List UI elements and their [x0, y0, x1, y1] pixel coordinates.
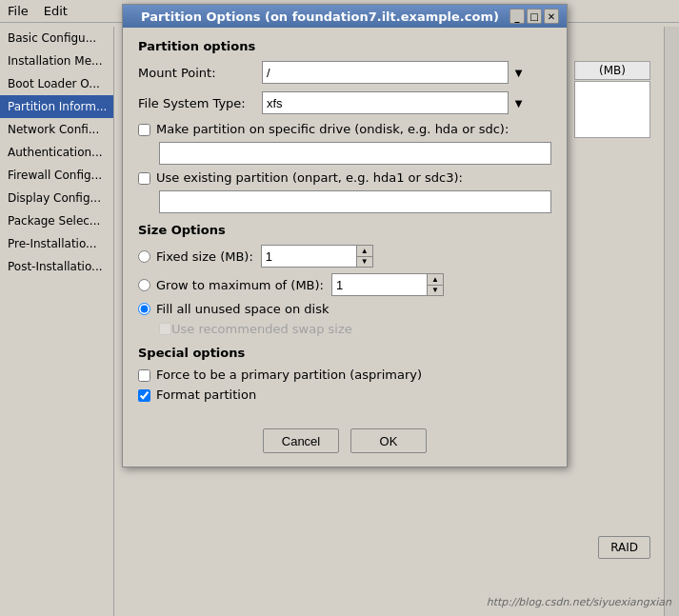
grow-max-input[interactable]: [331, 273, 427, 296]
format-partition-checkbox[interactable]: [138, 389, 150, 402]
use-recommended-swap-label: Use recommended swap size: [171, 322, 352, 336]
sidebar-item-display-config[interactable]: Display Config...: [0, 187, 113, 209]
sidebar-item-authentication[interactable]: Authentication...: [0, 141, 113, 164]
ok-button[interactable]: OK: [350, 428, 427, 453]
sidebar-item-firewall-config[interactable]: Firewall Config...: [0, 164, 113, 187]
mb-column-header: (MB): [574, 61, 650, 80]
fixed-size-down-button[interactable]: ▼: [357, 257, 372, 268]
sidebar: Basic Configu... Installation Me... Boot…: [0, 27, 114, 616]
fixed-size-input[interactable]: [261, 245, 356, 268]
grow-max-down-button[interactable]: ▼: [428, 286, 443, 296]
file-menu[interactable]: File: [8, 4, 29, 18]
make-partition-label: Make partition on specific drive (ondisk…: [156, 122, 509, 136]
make-partition-input[interactable]: [159, 142, 551, 165]
fixed-size-row: Fixed size (MB): ▲ ▼: [138, 245, 551, 268]
mount-point-row: Mount Point: / ▼: [138, 61, 551, 84]
filesystem-type-select-wrapper: xfs ▼: [262, 91, 529, 114]
grow-max-spinbox: ▲ ▼: [331, 273, 444, 296]
size-options-section-title: Size Options: [138, 223, 551, 237]
sidebar-item-basic-config[interactable]: Basic Configu...: [0, 27, 113, 50]
dialog-titlebar: Partition Options (on foundation7.ilt.ex…: [123, 5, 567, 28]
titlebar-controls: _ □ ✕: [509, 9, 559, 24]
sidebar-item-package-select[interactable]: Package Selec...: [0, 209, 113, 232]
dialog-title: Partition Options (on foundation7.ilt.ex…: [130, 10, 509, 24]
use-existing-row: Use existing partition (onpart, e.g. hda…: [138, 170, 551, 185]
cancel-button[interactable]: Cancel: [263, 428, 339, 453]
mount-point-label: Mount Point:: [138, 66, 262, 80]
minimize-button[interactable]: _: [509, 9, 525, 24]
make-partition-input-wrapper: [159, 142, 551, 165]
close-button[interactable]: ✕: [544, 9, 559, 24]
sidebar-item-partition-info[interactable]: Partition Inform...: [0, 95, 113, 118]
grow-max-row: Grow to maximum of (MB): ▲ ▼: [138, 273, 551, 296]
force-primary-label: Force to be a primary partition (asprima…: [156, 368, 422, 382]
use-existing-checkbox[interactable]: [138, 172, 150, 185]
dialog-body: Partition options Mount Point: / ▼ File …: [123, 28, 567, 419]
use-existing-input[interactable]: [159, 190, 551, 213]
force-primary-checkbox[interactable]: [138, 369, 150, 382]
sidebar-item-installation-me[interactable]: Installation Me...: [0, 50, 113, 72]
sidebar-item-boot-loader[interactable]: Boot Loader O...: [0, 72, 113, 95]
grow-max-up-button[interactable]: ▲: [428, 274, 443, 286]
use-existing-label: Use existing partition (onpart, e.g. hda…: [156, 170, 463, 185]
make-partition-row: Make partition on specific drive (ondisk…: [138, 122, 551, 136]
grow-max-spin-buttons: ▲ ▼: [427, 273, 444, 296]
grow-max-radio[interactable]: [138, 279, 150, 291]
filesystem-type-row: File System Type: xfs ▼: [138, 91, 551, 114]
mb-value-box: [574, 81, 650, 138]
sidebar-item-post-install[interactable]: Post-Installatio...: [0, 255, 113, 278]
fixed-size-spin-buttons: ▲ ▼: [356, 245, 373, 268]
format-partition-label: Format partition: [156, 387, 256, 402]
mount-point-arrow[interactable]: ▼: [508, 61, 529, 84]
use-recommended-swap-checkbox[interactable]: [159, 323, 171, 335]
mount-point-select[interactable]: /: [262, 61, 529, 84]
use-recommended-swap-row: Use recommended swap size: [159, 322, 551, 336]
filesystem-type-label: File System Type:: [138, 96, 262, 110]
filesystem-type-select[interactable]: xfs: [262, 91, 529, 114]
raid-button[interactable]: RAID: [598, 536, 650, 559]
format-partition-row: Format partition: [138, 387, 551, 402]
grow-max-label: Grow to maximum of (MB):: [156, 278, 324, 292]
mount-point-select-wrapper: / ▼: [262, 61, 529, 84]
make-partition-checkbox[interactable]: [138, 124, 150, 136]
fixed-size-radio[interactable]: [138, 250, 150, 263]
fixed-size-label: Fixed size (MB):: [156, 249, 253, 264]
fill-unused-label: Fill all unused space on disk: [156, 302, 329, 316]
fill-unused-radio[interactable]: [138, 303, 150, 315]
watermark: http://blog.csdn.net/siyuexiangxian: [487, 596, 671, 608]
use-existing-input-wrapper: [159, 190, 551, 213]
filesystem-type-arrow[interactable]: ▼: [508, 91, 529, 114]
partition-options-dialog: Partition Options (on foundation7.ilt.ex…: [122, 4, 568, 467]
sidebar-item-pre-install[interactable]: Pre-Installatio...: [0, 232, 113, 255]
fixed-size-spinbox: ▲ ▼: [261, 245, 373, 268]
special-options-section-title: Special options: [138, 346, 551, 360]
edit-menu[interactable]: Edit: [44, 4, 68, 18]
maximize-button[interactable]: □: [527, 9, 542, 24]
sidebar-item-network-config[interactable]: Network Confi...: [0, 118, 113, 141]
dialog-buttons: Cancel OK: [123, 419, 567, 467]
fixed-size-up-button[interactable]: ▲: [357, 246, 372, 257]
scrollbar[interactable]: [664, 27, 679, 616]
fill-unused-row: Fill all unused space on disk: [138, 302, 551, 316]
force-primary-row: Force to be a primary partition (asprima…: [138, 368, 551, 382]
partition-options-section-title: Partition options: [138, 39, 551, 53]
